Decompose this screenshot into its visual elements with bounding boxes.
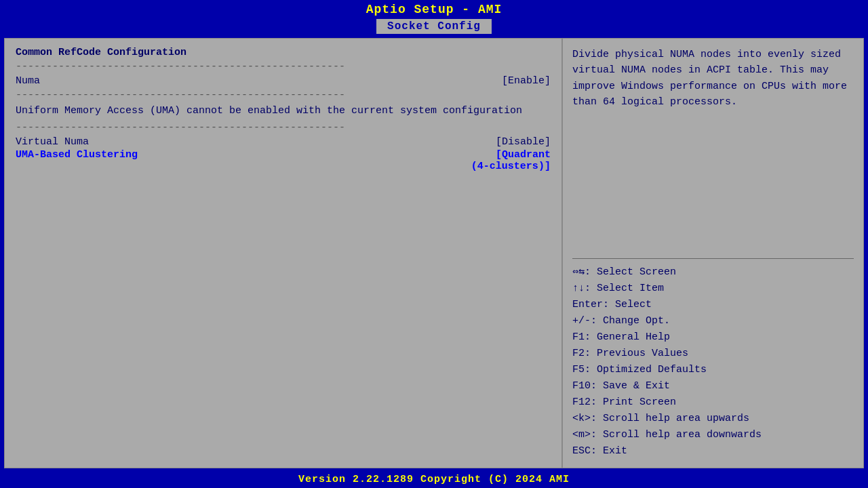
title-text: Aptio Setup - AMI [366, 3, 502, 16]
key-f10: F10: Save & Exit [572, 378, 854, 394]
uma-info-text: Uniform Memory Access (UMA) cannot be en… [16, 104, 551, 119]
divider-1: ----------------------------------------… [16, 61, 551, 73]
numa-value: [Enable] [502, 75, 551, 87]
main-content: Common RefCode Configuration -----------… [4, 38, 864, 468]
key-select-item: ↑↓: Select Item [572, 281, 854, 297]
key-f12: F12: Print Screen [572, 394, 854, 411]
uma-clustering-value: [Quadrant (4-clusters)] [471, 149, 551, 172]
key-f1: F1: General Help [572, 329, 854, 346]
right-panel: Divide physical NUMA nodes into evenly s… [563, 39, 863, 468]
key-enter: Enter: Select [572, 297, 854, 313]
divider-3: ----------------------------------------… [16, 122, 551, 134]
key-select-screen: ⇔⇆: Select Screen [572, 264, 854, 281]
active-tab[interactable]: Socket Config [376, 19, 492, 34]
virtual-numa-label: Virtual Numa [16, 136, 89, 148]
uma-clustering-row[interactable]: UMA-Based Clustering [Quadrant (4-cluste… [16, 149, 551, 172]
numa-row[interactable]: Numa [Enable] [16, 75, 551, 87]
right-divider [572, 258, 854, 259]
footer: Version 2.22.1289 Copyright (C) 2024 AMI [0, 471, 868, 488]
key-m: <m>: Scroll help area downwards [572, 427, 854, 443]
key-esc: ESC: Exit [572, 443, 854, 460]
virtual-numa-value: [Disable] [496, 136, 551, 148]
app-title: Aptio Setup - AMI [0, 0, 868, 18]
help-content: Divide physical NUMA nodes into evenly s… [572, 49, 847, 108]
tab-bar: Socket Config [0, 18, 868, 35]
uma-clustering-label: UMA-Based Clustering [16, 149, 138, 161]
virtual-numa-row[interactable]: Virtual Numa [Disable] [16, 136, 551, 148]
key-k: <k>: Scroll help area upwards [572, 411, 854, 427]
uma-clustering-value-line1: [Quadrant [496, 149, 551, 161]
section-title: Common RefCode Configuration [16, 47, 551, 58]
key-f2: F2: Previous Values [572, 346, 854, 362]
key-change-opt: +/-: Change Opt. [572, 313, 854, 329]
key-help-section: ⇔⇆: Select Screen ↑↓: Select Item Enter:… [572, 264, 854, 460]
divider-2: ----------------------------------------… [16, 89, 551, 101]
uma-clustering-value-line2: (4-clusters)] [471, 161, 551, 172]
key-f5: F5: Optimized Defaults [572, 362, 854, 378]
help-text: Divide physical NUMA nodes into evenly s… [572, 47, 854, 253]
numa-label: Numa [16, 75, 40, 87]
left-panel: Common RefCode Configuration -----------… [5, 39, 563, 468]
footer-text: Version 2.22.1289 Copyright (C) 2024 AMI [298, 474, 570, 485]
